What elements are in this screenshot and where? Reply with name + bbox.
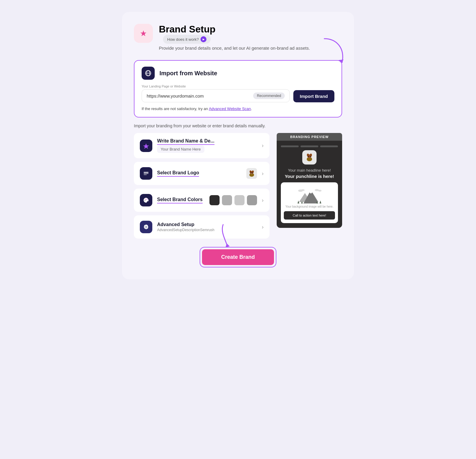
input-label: Your Landing Page or Website — [142, 84, 290, 88]
import-header: Import from Website — [142, 67, 334, 80]
how-it-works-label: How does it work? — [167, 37, 199, 42]
svg-rect-4 — [144, 172, 148, 173]
preview-bg-text: Your background image will be here. — [284, 205, 335, 208]
svg-marker-34 — [320, 200, 321, 203]
header-text: Brand Setup How does it work? ▶ Provide … — [159, 24, 310, 51]
left-column: Write Brand Name & De... Your Brand Name… — [134, 133, 270, 239]
brand-logo-icon — [140, 167, 152, 180]
brand-name-item[interactable]: Write Brand Name & De... Your Brand Name… — [134, 133, 270, 158]
brand-setup-container: Brand Setup How does it work? ▶ Provide … — [122, 12, 354, 279]
brand-name-label: Write Brand Name & De... — [157, 138, 214, 145]
import-note: If the results are not satisfactory, try… — [142, 106, 334, 111]
brand-logo-content: Select Brand Logo — [157, 170, 242, 177]
svg-point-11 — [251, 173, 252, 173]
create-btn-wrapper: Create Brand — [200, 247, 276, 267]
brand-name-value: Your Brand Name Here — [157, 145, 204, 153]
manual-subtitle: Import your branding from your website o… — [134, 123, 342, 128]
svg-point-19 — [307, 154, 309, 156]
svg-point-14 — [145, 200, 145, 201]
play-icon: ▶ — [201, 36, 206, 42]
preview-inner: Your background image will be here. Call… — [281, 182, 338, 223]
color-swatch-2 — [222, 195, 232, 205]
recommended-badge: Recommended — [253, 93, 284, 99]
svg-point-20 — [310, 154, 312, 156]
advanced-setup-description: AdvancedSetupDescriptionSemrush — [157, 228, 257, 232]
brand-name-chevron: › — [262, 142, 264, 149]
website-input[interactable] — [147, 93, 250, 98]
brand-name-value-row: Your Brand Name Here — [157, 145, 257, 153]
svg-point-12 — [252, 173, 253, 173]
main-content: Write Brand Name & De... Your Brand Name… — [134, 133, 342, 239]
advanced-setup-item[interactable]: Advanced Setup AdvancedSetupDescriptionS… — [134, 215, 270, 239]
brand-colors-icon — [140, 194, 152, 206]
mountain-illustration — [295, 187, 324, 205]
brand-logo-label: Select Brand Logo — [157, 170, 199, 177]
svg-point-24 — [301, 189, 305, 191]
svg-point-21 — [308, 156, 309, 157]
advanced-setup-content: Advanced Setup AdvancedSetupDescriptionS… — [157, 222, 257, 232]
header: Brand Setup How does it work? ▶ Provide … — [134, 24, 342, 51]
header-subtitle: Provide your brand details once, and let… — [159, 46, 310, 51]
preview-punchline: Your punchline is here! — [281, 174, 338, 179]
advanced-setup-title: Advanced Setup — [157, 222, 257, 227]
import-icon — [142, 67, 155, 80]
svg-point-16 — [147, 199, 148, 200]
color-swatch-1 — [209, 195, 220, 205]
branding-preview-column: BRANDING PREVIEW — [277, 133, 342, 228]
preview-label: BRANDING PREVIEW — [277, 133, 342, 141]
color-swatches — [209, 195, 257, 205]
svg-point-26 — [318, 190, 322, 192]
preview-card: Your main headline here! Your punchline … — [277, 141, 342, 228]
import-brand-button[interactable]: Import Brand — [293, 90, 334, 102]
preview-logo — [302, 150, 317, 165]
color-swatch-4 — [247, 195, 257, 205]
create-brand-button[interactable]: Create Brand — [202, 249, 274, 265]
brand-icon — [134, 24, 153, 43]
preview-cta: Call to action text here! — [284, 211, 335, 220]
color-swatch-3 — [234, 195, 245, 205]
brand-colors-content: Select Brand Colors — [157, 197, 205, 203]
brand-logo-thumb — [246, 168, 257, 179]
preview-top-bars — [281, 145, 338, 147]
import-section: Import from Website Your Landing Page or… — [134, 60, 342, 118]
preview-headline: Your main headline here! — [281, 168, 338, 173]
advanced-setup-chevron: › — [262, 224, 264, 230]
svg-rect-5 — [144, 173, 148, 174]
brand-name-icon — [140, 140, 152, 152]
create-arrow-annotation — [214, 223, 238, 250]
brand-colors-label: Select Brand Colors — [157, 197, 203, 203]
how-it-works-button[interactable]: How does it work? ▶ — [163, 35, 211, 44]
brand-colors-item[interactable]: Select Brand Colors › — [134, 189, 270, 212]
svg-point-15 — [145, 199, 146, 200]
import-input-row: Recommended — [142, 89, 290, 102]
brand-name-content: Write Brand Name & De... Your Brand Name… — [157, 138, 257, 153]
brand-colors-chevron: › — [262, 197, 264, 203]
advanced-scan-link[interactable]: Advanced Website Scan — [209, 106, 251, 111]
brand-logo-chevron: › — [262, 170, 264, 177]
brand-logo-item[interactable]: Select Brand Logo › — [134, 162, 270, 185]
svg-rect-6 — [144, 174, 147, 175]
create-section: Create Brand — [134, 247, 342, 267]
svg-point-22 — [310, 156, 311, 157]
svg-point-13 — [251, 173, 252, 174]
page-title: Brand Setup — [159, 24, 310, 35]
advanced-setup-icon — [140, 221, 152, 233]
import-title: Import from Website — [159, 70, 217, 77]
svg-marker-35 — [226, 243, 230, 247]
